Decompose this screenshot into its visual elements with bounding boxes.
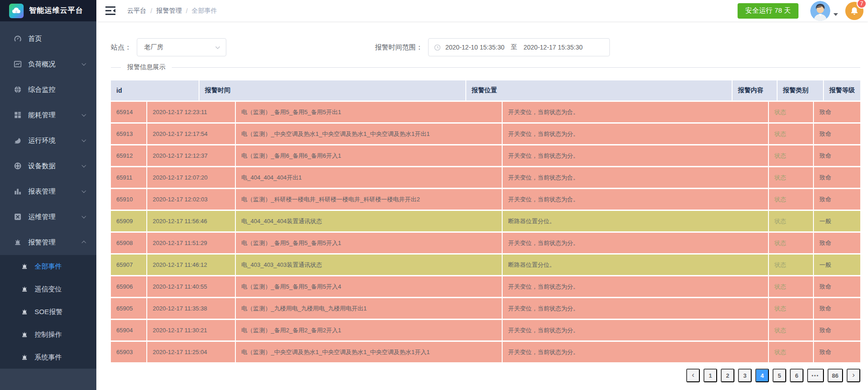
page-button[interactable]: 5 (773, 369, 786, 382)
chevron-icon (82, 112, 86, 117)
logo-bar: 智能运维云平台 (0, 0, 96, 21)
time-separator: 至 (511, 43, 517, 51)
sidebar-item[interactable]: 设备数据 (0, 153, 96, 179)
cell-location: 电（监测）_中央空调及热水1_中央空调及热水1_中央空调及热水1开出1 (236, 124, 503, 144)
cell-location: 电（监测）_中央空调及热水1_中央空调及热水1_中央空调及热水1开入1 (236, 342, 503, 362)
page-button[interactable]: 1 (703, 369, 717, 382)
next-page-button[interactable]: › (847, 369, 860, 382)
page-button[interactable]: 6 (790, 369, 803, 382)
table-row: 65906 2020-12-17 11:40:55 电（监测）_备用5_备用5_… (111, 276, 860, 297)
environment-icon (14, 136, 22, 145)
cell-content: 开关变位，当前状态为分。 (503, 233, 769, 253)
topbar: 云平台 / 报警管理 / 全部事件 / 安全运行 78 天 (96, 0, 868, 21)
cell-content: 开关变位，当前状态为合。 (503, 167, 769, 188)
chevron-icon (82, 214, 86, 219)
section-divider: 报警信息展示 (111, 63, 860, 71)
breadcrumb-separator: / (150, 7, 152, 15)
sidebar-item-label: 运行环境 (28, 136, 55, 145)
column-header: 报警等级 (824, 80, 855, 100)
submenu-item[interactable]: 全部事件 (0, 255, 96, 278)
topbar-right: 安全运行 78 天 7 (738, 1, 865, 21)
submenu-item[interactable]: 系统事件 (0, 346, 96, 369)
time-start-value: 2020-12-10 15:35:30 (445, 44, 504, 51)
cell-id: 65909 (111, 211, 147, 231)
page-button[interactable]: ••• (807, 369, 824, 382)
safe-run-button[interactable]: 安全运行 78 天 (738, 3, 798, 19)
dashboard-icon (14, 35, 22, 43)
breadcrumb-link[interactable]: 全部事件 (192, 7, 217, 15)
breadcrumb-link[interactable]: 报警管理 (156, 7, 182, 15)
cell-category: 状态 (769, 211, 814, 231)
cell-content: 断路器位置分位。 (503, 255, 769, 275)
table-row: 65910 2020-12-17 12:02:03 电（监测）_科研楼一楼电井_… (111, 189, 860, 210)
sidebar-item-label: 报表管理 (28, 187, 55, 196)
cell-category: 状态 (769, 189, 814, 210)
page-button[interactable]: 3 (738, 369, 752, 382)
site-select-value: 老厂房 (144, 43, 163, 51)
sidebar-item[interactable]: 报警管理 (0, 230, 96, 255)
section-title: 报警信息展示 (127, 63, 165, 71)
notification-area: 7 (845, 2, 863, 20)
prev-page-button[interactable]: ‹ (686, 369, 700, 382)
cell-category: 状态 (769, 320, 814, 340)
cell-location: 电（监测）_备用5_备用5_备用5开出1 (236, 102, 503, 122)
sidebar-item-label: 报警管理 (28, 238, 55, 247)
sidebar-item[interactable]: 报表管理 (0, 179, 96, 204)
time-range-label: 报警时间范围： (375, 43, 423, 52)
column-header: 报警内容 (733, 80, 778, 100)
notification-badge: 7 (857, 0, 867, 9)
chevron-down-icon[interactable] (833, 13, 838, 16)
cell-level: 致命 (814, 145, 860, 166)
app-root: 智能运维云平台 首页 负荷概况 综合监控 (0, 0, 868, 390)
sidebar-item[interactable]: 综合监控 (0, 77, 96, 102)
cell-category: 状态 (769, 167, 814, 188)
cell-time: 2020-12-17 12:17:54 (147, 124, 236, 144)
page-button[interactable]: 2 (721, 369, 734, 382)
sidebar-item[interactable]: 负荷概况 (0, 51, 96, 77)
avatar[interactable] (810, 1, 830, 21)
table-row: 65908 2020-12-17 11:51:29 电（监测）_备用5_备用5_… (111, 233, 860, 253)
cell-content: 开关变位，当前状态为分。 (503, 145, 769, 166)
collapse-menu-icon[interactable] (105, 6, 115, 15)
table-row: 65913 2020-12-17 12:17:54 电（监测）_中央空调及热水1… (111, 124, 860, 144)
breadcrumb-item: 报警管理 / (156, 7, 192, 15)
submenu-item[interactable]: 控制操作 (0, 323, 96, 346)
cell-level: 致命 (814, 124, 860, 144)
cell-category: 状态 (769, 124, 814, 144)
cell-time: 2020-12-17 12:12:37 (147, 145, 236, 166)
sidebar-item-label: 设备数据 (28, 162, 55, 170)
device-data-icon (14, 162, 22, 170)
cell-time: 2020-12-17 12:23:11 (147, 102, 236, 122)
submenu-item[interactable]: SOE报警 (0, 300, 96, 323)
table-row: 65903 2020-12-17 11:25:04 电（监测）_中央空调及热水1… (111, 342, 860, 362)
site-select[interactable]: 老厂房 (137, 38, 226, 56)
cell-id: 65908 (111, 233, 147, 253)
page-button[interactable]: 86 (828, 369, 843, 382)
cell-content: 开关变位，当前状态为合。 (503, 189, 769, 210)
time-filter-group: 报警时间范围： 2020-12-10 15:35:30 至 2020-12-17… (375, 38, 610, 56)
sidebar: 智能运维云平台 首页 负荷概况 综合监控 (0, 0, 96, 390)
cell-time: 2020-12-17 11:30:21 (147, 320, 236, 340)
column-header: 报警位置 (466, 80, 733, 100)
sidebar-item[interactable]: 能耗管理 (0, 102, 96, 128)
cell-time: 2020-12-17 11:25:04 (147, 342, 236, 362)
energy-blocks-icon (14, 111, 22, 119)
sidebar-item-label: 首页 (28, 35, 42, 43)
cell-category: 状态 (769, 233, 814, 253)
breadcrumb-link[interactable]: 云平台 (127, 7, 146, 15)
sidebar-item[interactable]: 运维管理 (0, 204, 96, 230)
time-range-picker[interactable]: 2020-12-10 15:35:30 至 2020-12-17 15:35:3… (428, 38, 610, 56)
maintenance-tools-icon (14, 213, 22, 221)
page-button[interactable]: 4 (755, 369, 769, 382)
submenu-item[interactable]: 遥信变位 (0, 278, 96, 300)
sidebar-item[interactable]: 运行环境 (0, 128, 96, 153)
table-row: 65905 2020-12-17 11:35:38 电（监测）_九楼用电_九楼用… (111, 298, 860, 319)
cell-location: 电（监测）_科研楼一楼电井_科研楼一楼电井_科研楼一楼电井开出2 (236, 189, 503, 210)
submenu-item-label: 全部事件 (35, 262, 62, 271)
cell-content: 开关变位，当前状态为分。 (503, 276, 769, 297)
cell-category: 状态 (769, 255, 814, 275)
table-row: 65904 2020-12-17 11:30:21 电（监测）_备用2_备用2_… (111, 320, 860, 340)
cell-id: 65913 (111, 124, 147, 144)
sidebar-item[interactable]: 首页 (0, 26, 96, 51)
cell-time: 2020-12-17 11:46:12 (147, 255, 236, 275)
